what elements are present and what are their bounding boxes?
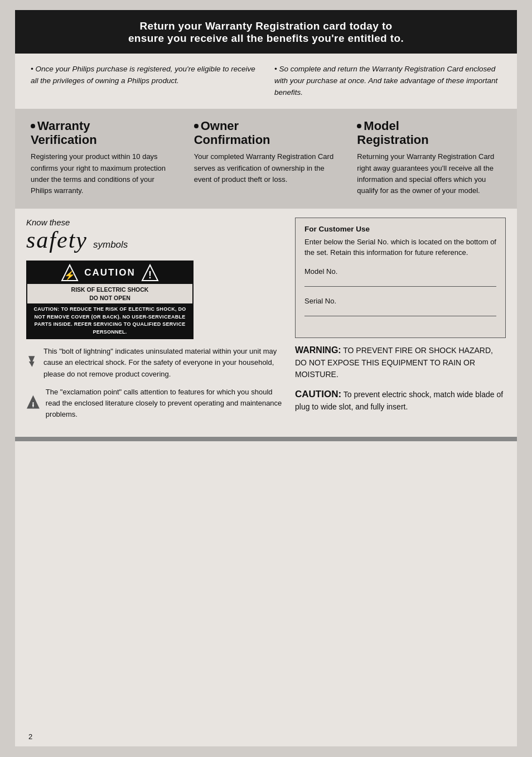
lightning-bolt-icon [26, 346, 38, 377]
lightning-desc: This "bolt of lightning" indicates unins… [26, 346, 284, 379]
col-owner-body: Your completed Warranty Registration Car… [194, 151, 338, 185]
col-warranty: Warranty Verification Registering your p… [26, 119, 180, 196]
serial-no-label: Serial No. [304, 297, 496, 305]
caution-text: CAUTION: To prevent electric shock, matc… [295, 387, 506, 413]
intro-col2: So complete and return the Warranty Regi… [274, 64, 501, 99]
bullet-icon [357, 124, 361, 128]
safety-section: Know these safety symbols ⚡ CAUTION [15, 209, 517, 431]
safety-left: Know these safety symbols ⚡ CAUTION [26, 218, 284, 427]
serial-no-field: Serial No. [304, 297, 496, 316]
bullet-icon [31, 124, 35, 128]
svg-text:!: ! [148, 269, 152, 281]
bottom-bar [15, 437, 517, 441]
lightning-triangle-left-icon: ⚡ [61, 264, 79, 282]
col-warranty-title: Warranty Verification [31, 119, 175, 147]
svg-point-7 [32, 404, 34, 406]
three-cols: Warranty Verification Registering your p… [15, 109, 517, 209]
page-number: 2 [28, 732, 32, 741]
exclaim-desc: ! The "exclamation point" calls attentio… [26, 387, 284, 420]
caution-label: CAUTION [84, 267, 135, 278]
caution-header: ⚡ CAUTION ! [27, 262, 192, 284]
serial-no-line [304, 306, 496, 316]
bullet-icon [194, 124, 199, 128]
model-no-field: Model No. [304, 267, 496, 287]
caution-label-text: CAUTION: [295, 389, 341, 399]
col-model: Model Registration Returning your Warran… [352, 119, 506, 196]
exclaim-desc-text: The "exclamation point" calls attention … [46, 387, 284, 420]
col-model-title: Model Registration [357, 119, 501, 147]
intro-section: Once your Philips purchase is registered… [15, 54, 517, 104]
safety-word: safety [26, 228, 88, 252]
safety-right: For Customer Use Enter below the Serial … [295, 218, 506, 427]
page: Return your Warranty Registration card t… [15, 10, 517, 746]
customer-use-title: For Customer Use [304, 225, 496, 233]
exclaim-triangle-icon: ! [26, 387, 40, 418]
model-no-label: Model No. [304, 267, 496, 276]
header-banner: Return your Warranty Registration card t… [15, 10, 517, 54]
exclaim-triangle-right-icon: ! [141, 264, 159, 282]
intro-col1: Once your Philips purchase is registered… [31, 64, 258, 99]
model-no-line [304, 277, 496, 287]
col-owner: Owner Confirmation Your completed Warran… [190, 119, 343, 196]
customer-use-box: For Customer Use Enter below the Serial … [295, 218, 506, 338]
header-line1: Return your Warranty Registration card t… [32, 20, 500, 32]
col-model-body: Returning your Warranty Registration Car… [357, 151, 501, 196]
svg-text:!: ! [32, 400, 34, 408]
lightning-desc-text: This "bolt of lightning" indicates unins… [43, 346, 284, 379]
caution-sub: RISK OF ELECTRIC SHOCK DO NOT OPEN [27, 284, 192, 303]
caution-warning-bar: CAUTION: TO REDUCE THE RISK OF ELECTRIC … [27, 303, 192, 338]
symbols-label: symbols [93, 239, 128, 250]
customer-use-body: Enter below the Serial No. which is loca… [304, 237, 496, 258]
svg-text:⚡: ⚡ [64, 270, 75, 281]
header-line2: ensure you receive all the benefits you'… [32, 32, 500, 45]
svg-marker-4 [28, 356, 35, 367]
warning-block: WARNING: TO PREVENT FIRE OR SHOCK HAZARD… [295, 344, 506, 380]
col-owner-title: Owner Confirmation [194, 119, 338, 147]
warning-label: WARNING: [295, 345, 341, 355]
know-these-label: Know these [26, 218, 284, 227]
warning-text: WARNING: TO PREVENT FIRE OR SHOCK HAZARD… [295, 344, 506, 380]
caution-box: ⚡ CAUTION ! RISK OF ELECTRIC SHOCK DO NO… [26, 261, 194, 339]
caution-block: CAUTION: To prevent electric shock, matc… [295, 387, 506, 413]
col-warranty-body: Registering your product within 10 days … [31, 151, 175, 196]
